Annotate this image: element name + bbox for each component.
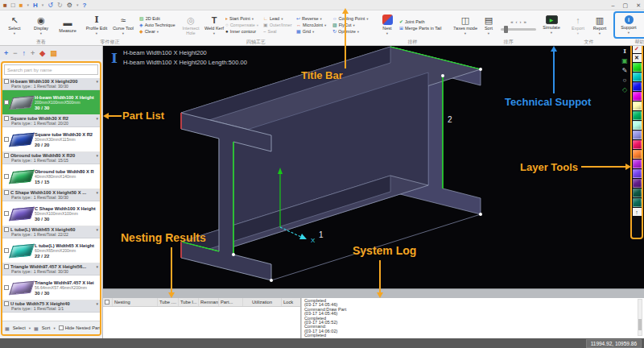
intersect-hole-button[interactable]: ◎ Intersect Hole <box>179 11 203 39</box>
part-group-checkbox[interactable] <box>4 227 9 232</box>
chevron-down-icon[interactable]: ▾ <box>96 227 98 232</box>
caret-icon[interactable]: ▾ <box>42 2 44 7</box>
add-small-button[interactable]: + <box>31 49 35 57</box>
flycut-button[interactable]: ▨FlyCut▾ <box>332 23 373 27</box>
new-file-icon[interactable]: □ <box>11 2 15 9</box>
part-list-item[interactable]: Square tube Width30 X R2 30mmX30mmX115mm… <box>2 127 100 152</box>
save-file-icon[interactable]: H <box>33 2 38 9</box>
simulate-button[interactable]: ▶ Simulate ▾ <box>539 11 564 39</box>
nesting-table-body[interactable] <box>103 307 300 338</box>
layer-color-swatch[interactable] <box>633 188 642 197</box>
export-button[interactable]: ↑ Export ▾ <box>568 11 588 39</box>
part-checkbox[interactable] <box>4 248 9 253</box>
column-header[interactable]: Remnant <box>199 298 219 306</box>
start-point-button[interactable]: ▸Start Point▾ <box>225 16 262 21</box>
part-group-header[interactable]: C Shape Width100 X Height50 X ...▾ Parts… <box>2 189 100 201</box>
layer-color-swatch[interactable] <box>633 169 642 178</box>
part-group-header[interactable]: Square tube Width30 X R2▾ Parts type:: 1… <box>2 115 100 127</box>
part-group-checkbox[interactable] <box>4 116 9 121</box>
skip-start-button[interactable]: « <box>510 19 513 24</box>
chevron-down-icon[interactable]: ▾ <box>96 116 98 121</box>
auto-technique-button[interactable]: ◈Auto Technique <box>139 23 178 27</box>
compensate-button[interactable]: ○Compensate▾ <box>225 23 262 27</box>
chevron-down-icon[interactable]: ▾ <box>96 190 98 195</box>
chevron-down-icon[interactable]: ▾ <box>96 153 98 158</box>
7axes-mode-button[interactable]: ◫ 7axes mode ▾ <box>452 11 478 39</box>
part-group-checkbox[interactable] <box>4 301 9 306</box>
part-group-header[interactable]: Obround tube Width80 X R20▾ Parts type::… <box>2 152 100 164</box>
layer-color-swatch[interactable] <box>633 198 642 207</box>
layer-color-swatch[interactable] <box>633 121 642 130</box>
gear-icon[interactable]: ⚙ <box>67 2 72 9</box>
log-scrollbar-thumb[interactable] <box>638 319 642 330</box>
reverse-button[interactable]: ↩Reverse▾ <box>296 16 332 21</box>
column-header[interactable]: Lock <box>282 298 300 306</box>
part-group-header[interactable]: U tube Width75 X Height40▾ Parts type:: … <box>2 300 100 313</box>
column-header[interactable]: Tube .... <box>158 298 179 306</box>
column-header[interactable]: Utilization <box>243 298 282 306</box>
measure-tool-icon[interactable]: I <box>623 48 626 55</box>
report-button[interactable]: ▥ Report ▾ <box>589 11 610 39</box>
part-list-item[interactable]: Obround tube Width80 X R 40mmX80mmX140mm… <box>2 164 100 189</box>
nest-button[interactable]: Nest ▾ <box>376 11 398 39</box>
part-list-item[interactable]: Triangle Width97.457 X Hei 56.64mmX57.46… <box>2 276 100 300</box>
simulation-speed-slider[interactable] <box>501 28 536 31</box>
open-file-icon[interactable]: ■ <box>19 2 23 9</box>
lead-button[interactable]: ∟Lead▾ <box>263 16 295 21</box>
ellipse-tool-icon[interactable]: ○ <box>623 77 627 84</box>
layer-close-icon[interactable]: ✕ <box>633 54 642 62</box>
step-forward-button[interactable]: › <box>520 19 522 24</box>
export-part-button[interactable]: ↑ <box>23 49 27 57</box>
inner-contour-button[interactable]: ●Inner contour <box>225 29 262 34</box>
chevron-down-icon[interactable]: ▾ <box>96 79 98 84</box>
nesting-select-all-checkbox[interactable] <box>105 300 109 304</box>
2d-edit-button[interactable]: ▧2D Edit <box>139 16 178 21</box>
select-menu-button[interactable]: Select <box>13 325 26 330</box>
layer-color-swatch[interactable] <box>633 72 642 81</box>
hide-nested-checkbox[interactable] <box>59 325 64 330</box>
help-icon[interactable]: ? <box>82 2 86 9</box>
microjoint-button[interactable]: ↔MicroJoint▾ <box>296 23 332 27</box>
close-button[interactable]: ✕ <box>636 2 641 9</box>
layer-color-swatch[interactable] <box>633 160 642 168</box>
column-header[interactable]: Part... <box>219 298 243 306</box>
layer-color-swatch[interactable] <box>633 179 642 188</box>
slider-thumb[interactable] <box>504 26 508 33</box>
layer-color-swatch[interactable] <box>633 111 642 120</box>
part-checkbox[interactable] <box>4 174 9 179</box>
minimize-button[interactable]: – <box>612 2 615 8</box>
layer-color-swatch[interactable] <box>633 92 642 101</box>
layer-color-swatch[interactable] <box>633 130 642 139</box>
part-group-checkbox[interactable] <box>4 264 9 269</box>
merge-parts-button[interactable]: ⊞Merge Parts in Tail <box>399 26 449 31</box>
log-scrollbar[interactable] <box>638 299 642 336</box>
add-part-button[interactable]: + <box>4 49 8 57</box>
part-list-item[interactable]: L tube(L) Width65 X Height 60mmX65mmX200… <box>2 238 100 263</box>
optimize-button[interactable]: ↻Optimize▾ <box>332 29 373 34</box>
part-group-header[interactable]: H-beam Width100 X Height200▾ Parts type:… <box>2 78 100 90</box>
layer-color-swatch[interactable] <box>633 150 642 159</box>
grid-button[interactable]: ▦Grid▾ <box>296 29 332 34</box>
layer-color-swatch[interactable] <box>633 102 642 110</box>
outer-inner-button[interactable]: ▣Outer/Inner <box>263 23 295 27</box>
part-group-checkbox[interactable] <box>4 153 9 158</box>
display-button[interactable]: ◉ Display ▾ <box>28 11 54 39</box>
search-input[interactable] <box>4 64 98 75</box>
select-button[interactable]: ↖ Select ▾ <box>2 11 27 39</box>
joint-path-button[interactable]: ✔Joint Path <box>399 19 449 24</box>
clear-button[interactable]: ◆Clear▾ <box>139 29 178 34</box>
layer-up-arrow-icon[interactable]: ↑ <box>633 208 642 216</box>
chevron-down-icon[interactable]: ▾ <box>96 301 98 306</box>
part-checkbox[interactable] <box>4 211 9 216</box>
curve-tool-button[interactable]: ≈ Curve Tool ▾ <box>110 11 136 39</box>
layer-color-swatch[interactable] <box>633 63 642 72</box>
weld-kerf-button[interactable]: T Weld Kerf ▾ <box>204 11 225 39</box>
brush-tool-icon[interactable]: ◇ <box>622 86 627 93</box>
draw-tool-icon[interactable]: ✎ <box>622 67 628 74</box>
column-header[interactable]: Tube l... <box>179 298 199 306</box>
redo-icon[interactable]: ↻ <box>57 2 63 9</box>
caret-icon[interactable]: ▾ <box>27 2 30 7</box>
part-checkbox[interactable] <box>4 137 9 142</box>
column-header[interactable]: Nesting <box>113 298 158 306</box>
skip-end-button[interactable]: » <box>524 19 526 24</box>
